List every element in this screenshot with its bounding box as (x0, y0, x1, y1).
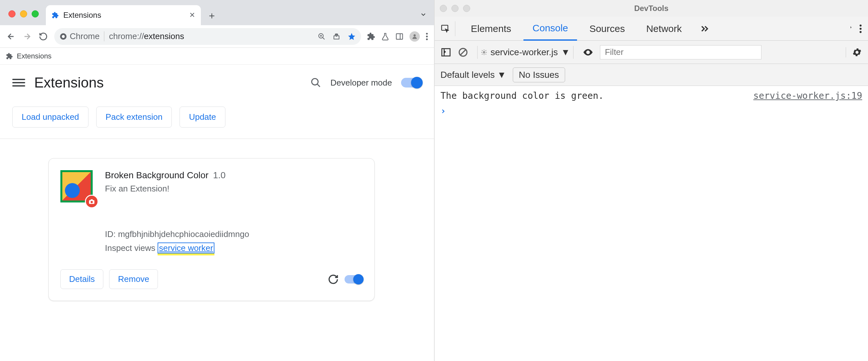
side-panel-icon[interactable] (395, 32, 404, 41)
search-icon[interactable] (310, 77, 321, 88)
svg-point-7 (426, 38, 428, 40)
load-unpacked-button[interactable]: Load unpacked (12, 107, 89, 127)
extension-icon (52, 11, 59, 19)
svg-rect-11 (91, 199, 93, 201)
url-text: chrome://extensions (109, 31, 184, 41)
extension-enable-toggle[interactable] (345, 275, 363, 283)
fullscreen-window-button[interactable] (32, 10, 39, 18)
console-prompt[interactable]: › (440, 102, 862, 116)
details-button[interactable]: Details (60, 269, 103, 289)
extension-card: Broken Background Color 1.0 Fix an Exten… (49, 158, 375, 301)
forward-button[interactable] (22, 31, 32, 42)
console-output: The background color is green. service-w… (435, 86, 868, 361)
console-sidebar-toggle-icon[interactable] (440, 47, 452, 58)
close-tab-button[interactable]: ✕ (189, 11, 195, 19)
extension-name: Broken Background Color (105, 170, 209, 181)
log-levels-dropdown[interactable]: Default levels ▼ (440, 70, 506, 80)
console-toolbar-secondary: Default levels ▼ No Issues (435, 64, 868, 86)
bookmark-extension-icon (6, 53, 13, 60)
tab-elements[interactable]: Elements (462, 18, 520, 40)
live-expression-eye-icon[interactable] (583, 47, 593, 58)
svg-point-1 (62, 35, 65, 38)
tabs-dropdown-button[interactable] (420, 11, 427, 18)
bookmarks-bar: Extensions (0, 48, 434, 65)
svg-point-4 (414, 34, 416, 36)
clear-console-icon[interactable] (458, 47, 468, 58)
tab-network[interactable]: Network (637, 18, 691, 40)
svg-point-6 (426, 35, 428, 37)
address-bar[interactable]: Chrome chrome://extensions (54, 28, 361, 45)
svg-point-18 (484, 51, 485, 53)
console-filter-input[interactable] (600, 45, 762, 59)
pack-extension-button[interactable]: Pack extension (96, 107, 172, 127)
extension-version: 1.0 (213, 170, 226, 181)
devtools-titlebar: DevTools (435, 0, 868, 17)
inspect-views-label: Inspect views (105, 243, 158, 253)
browser-tab[interactable]: Extensions ✕ (46, 5, 201, 25)
extension-icon-wrap (60, 170, 96, 206)
inspect-element-icon[interactable] (440, 21, 455, 36)
console-toolbar: service-worker.js ▼ (435, 41, 868, 64)
bookmark-star-icon[interactable] (347, 32, 356, 41)
issues-button[interactable]: No Issues (513, 67, 565, 82)
devtools-title: DevTools (435, 4, 868, 13)
tab-strip: Extensions ✕ ＋ (0, 0, 434, 25)
tab-console[interactable]: Console (523, 17, 577, 41)
gear-small-icon (481, 49, 487, 56)
error-badge-icon (85, 195, 98, 208)
update-button[interactable]: Update (180, 107, 225, 127)
devtools-tabs: Elements Console Sources Network (435, 17, 868, 41)
svg-point-14 (860, 27, 862, 29)
extensions-cards-area: Broken Background Color 1.0 Fix an Exten… (0, 139, 434, 320)
svg-rect-16 (442, 49, 450, 56)
profile-avatar[interactable] (409, 31, 420, 42)
bookmark-item[interactable]: Extensions (17, 52, 52, 60)
devtools-window: DevTools Elements Console Sources Networ… (435, 0, 868, 361)
svg-rect-3 (396, 34, 403, 39)
labs-icon[interactable] (381, 32, 390, 41)
service-worker-link[interactable]: service worker (158, 242, 214, 253)
tab-sources[interactable]: Sources (580, 18, 634, 40)
context-label: service-worker.js (491, 47, 558, 58)
extensions-page: Extensions Developer mode Load unpacked … (0, 65, 434, 361)
console-settings-gear-icon[interactable] (846, 47, 862, 58)
close-window-button[interactable] (8, 10, 16, 18)
extension-id-label: ID: (105, 229, 118, 239)
back-button[interactable] (6, 31, 16, 42)
svg-point-13 (860, 24, 862, 26)
chrome-browser-window: Extensions ✕ ＋ Chrome chrome://extension… (0, 0, 435, 361)
console-log-row: The background color is green. service-w… (440, 89, 862, 102)
page-title: Extensions (34, 74, 104, 91)
tab-title: Extensions (63, 11, 185, 20)
log-message: The background color is green. (440, 90, 753, 101)
devtools-kebab-icon[interactable] (859, 24, 862, 34)
kebab-menu-icon[interactable] (426, 32, 428, 41)
settings-gear-icon[interactable] (842, 24, 852, 34)
site-chip-label: Chrome (70, 31, 99, 41)
zoom-icon[interactable] (318, 33, 326, 40)
share-icon[interactable] (333, 33, 340, 40)
minimize-window-button[interactable] (20, 10, 27, 18)
svg-point-8 (312, 79, 318, 85)
chevron-down-icon: ▼ (561, 47, 570, 58)
extension-id-value: mgfbhjnibhjdehcphiocaoiediidmngo (118, 229, 249, 239)
svg-point-10 (91, 201, 93, 203)
reload-extension-icon[interactable] (328, 274, 339, 285)
remove-button[interactable]: Remove (109, 269, 158, 289)
window-controls (4, 10, 43, 25)
developer-mode-toggle[interactable] (401, 78, 422, 88)
svg-point-5 (426, 33, 428, 34)
svg-point-15 (860, 31, 862, 33)
site-chip[interactable]: Chrome (59, 31, 104, 41)
developer-mode-label: Developer mode (330, 78, 392, 88)
menu-button[interactable] (12, 76, 25, 89)
browser-toolbar: Chrome chrome://extensions (0, 25, 434, 48)
execution-context-selector[interactable]: service-worker.js ▼ (477, 46, 574, 59)
omnibox-actions (318, 32, 356, 41)
extension-description: Fix an Extension! (105, 184, 363, 194)
more-tabs-icon[interactable] (694, 24, 715, 34)
new-tab-button[interactable]: ＋ (206, 10, 218, 21)
extensions-puzzle-icon[interactable] (367, 32, 375, 41)
log-source-link[interactable]: service-worker.js:19 (753, 90, 862, 101)
reload-button[interactable] (38, 31, 49, 42)
